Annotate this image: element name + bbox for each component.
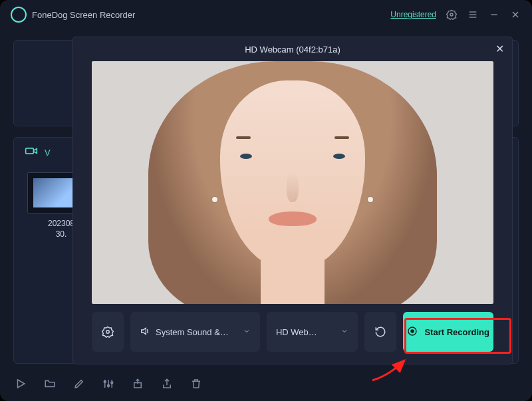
modal-title-bar: HD Webcam (04f2:b71a) ✕: [73, 37, 512, 61]
menu-icon[interactable]: [467, 9, 479, 21]
logo-icon: [11, 7, 27, 23]
camera-label: HD Web…: [276, 327, 317, 337]
gallery-filename: 20230830.: [48, 219, 74, 239]
gallery-tab-label[interactable]: V: [45, 148, 51, 158]
share-icon[interactable]: [161, 378, 173, 390]
camera-tab-icon[interactable]: [25, 146, 38, 159]
chevron-down-icon: [243, 327, 251, 337]
export-icon[interactable]: [132, 378, 144, 390]
svg-point-27: [411, 329, 414, 333]
app-logo: FoneDog Screen Recorder: [11, 7, 135, 23]
svg-rect-8: [26, 148, 34, 154]
settings-gear-icon[interactable]: [446, 9, 458, 21]
app-title: FoneDog Screen Recorder: [32, 10, 135, 20]
speaker-icon: [140, 326, 150, 338]
audio-source-label: System Sound &…: [156, 327, 229, 337]
modal-title-text: HD Webcam (04f2:b71a): [245, 45, 340, 55]
svg-point-1: [450, 13, 453, 16]
sliders-icon[interactable]: [102, 378, 114, 390]
play-icon[interactable]: [15, 378, 27, 390]
chevron-down-icon: [340, 327, 348, 337]
refresh-button[interactable]: [364, 312, 396, 352]
camera-dropdown[interactable]: HD Web…: [267, 312, 358, 352]
recorder-settings-button[interactable]: [92, 312, 124, 352]
record-icon: [407, 326, 418, 338]
title-bar: FoneDog Screen Recorder Unregistered: [0, 0, 532, 29]
webcam-modal: HD Webcam (04f2:b71a) ✕ System Sound &…: [73, 37, 512, 364]
modal-close-button[interactable]: ✕: [495, 43, 504, 55]
start-recording-label: Start Recording: [424, 327, 489, 337]
close-icon[interactable]: [509, 9, 521, 21]
webcam-preview: [92, 61, 493, 304]
svg-point-25: [106, 331, 110, 334]
start-recording-button[interactable]: Start Recording: [403, 312, 493, 352]
svg-marker-16: [18, 380, 25, 388]
audio-source-dropdown[interactable]: System Sound &…: [130, 312, 260, 352]
minimize-icon[interactable]: [488, 9, 500, 21]
svg-marker-0: [447, 10, 457, 19]
trash-icon[interactable]: [190, 378, 202, 390]
bottom-toolbar: [0, 366, 532, 401]
unregistered-link[interactable]: Unregistered: [390, 10, 436, 19]
svg-marker-24: [102, 327, 114, 338]
edit-icon[interactable]: [73, 378, 85, 390]
folder-icon[interactable]: [44, 378, 56, 390]
